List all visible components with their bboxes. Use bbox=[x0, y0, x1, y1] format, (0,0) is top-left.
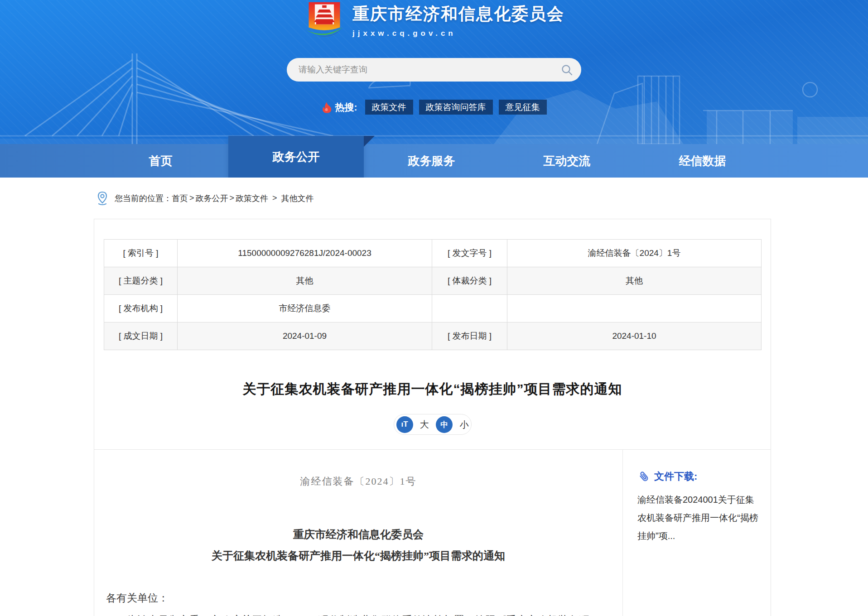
meta-value: 2024-01-09 bbox=[178, 322, 432, 350]
search-input[interactable] bbox=[299, 65, 561, 75]
meta-value bbox=[507, 295, 762, 322]
site-brand: 重庆市经济和信息化委员会 jjxxw.cq.gov.cn bbox=[0, 0, 868, 42]
active-tab-fold bbox=[364, 136, 375, 147]
nav-item-interaction[interactable]: 互动交流 bbox=[499, 144, 635, 178]
site-url: jjxxw.cq.gov.cn bbox=[352, 29, 564, 38]
breadcrumb-policy-files[interactable]: 政策文件 bbox=[236, 193, 268, 204]
nav-item-home[interactable]: 首页 bbox=[93, 144, 228, 178]
download-file-link[interactable]: 渝经信装备2024001关于征集农机装备研产推用一体化“揭榜挂帅”项... bbox=[637, 491, 762, 545]
main-nav: 首页 政务公开 政务服务 互动交流 经信数据 bbox=[0, 144, 868, 178]
table-row: [ 索引号 ] 11500000009276281J/2024-00023 [ … bbox=[104, 240, 762, 267]
meta-label: [ 体裁分类 ] bbox=[432, 267, 507, 295]
table-row: [ 成文日期 ] 2024-01-09 [ 发布日期 ] 2024-01-10 bbox=[104, 322, 762, 350]
site-logo bbox=[304, 1, 345, 42]
font-size-control: ıT 大 中 小 bbox=[394, 414, 472, 435]
search-icon[interactable] bbox=[561, 64, 573, 76]
meta-value: 渝经信装备〔2024〕1号 bbox=[507, 240, 762, 267]
breadcrumb: 您当前的位置： 首页 > 政务公开 > 政策文件 > 其他文件 bbox=[0, 178, 868, 219]
download-heading: 文件下载: bbox=[637, 470, 762, 483]
location-pin-icon bbox=[96, 191, 108, 206]
doc-number: 渝经信装备〔2024〕1号 bbox=[106, 475, 611, 488]
meta-value: 2024-01-10 bbox=[507, 322, 762, 350]
meta-label: [ 成文日期 ] bbox=[104, 322, 178, 350]
document-card: [ 索引号 ] 11500000009276281J/2024-00023 [ … bbox=[94, 219, 771, 616]
site-header: 重庆市经济和信息化委员会 jjxxw.cq.gov.cn 热搜: 政策文件 政策… bbox=[0, 0, 868, 144]
nav-item-gov-services[interactable]: 政务服务 bbox=[364, 144, 499, 178]
paperclip-icon bbox=[637, 471, 650, 483]
font-size-small-button[interactable]: 小 bbox=[459, 419, 468, 431]
nav-item-gov-disclosure[interactable]: 政务公开 bbox=[228, 136, 364, 178]
breadcrumb-label: 您当前的位置： bbox=[115, 193, 172, 204]
breadcrumb-home[interactable]: 首页 bbox=[172, 193, 188, 204]
search-box bbox=[287, 58, 581, 82]
flame-icon bbox=[322, 101, 332, 113]
meta-label: [ 主题分类 ] bbox=[104, 267, 178, 295]
meta-value: 市经济信息委 bbox=[178, 295, 432, 322]
font-size-large-button[interactable]: 大 bbox=[420, 419, 429, 431]
page-title: 关于征集农机装备研产推用一体化“揭榜挂帅”项目需求的通知 bbox=[94, 380, 771, 399]
meta-label: [ 发布日期 ] bbox=[432, 322, 507, 350]
meta-label: [ 发布机构 ] bbox=[104, 295, 178, 322]
meta-label: [ 索引号 ] bbox=[104, 240, 178, 267]
meta-label bbox=[432, 295, 507, 322]
doc-salutation: 各有关单位： bbox=[106, 591, 611, 605]
breadcrumb-gov-disclosure[interactable]: 政务公开 bbox=[196, 193, 228, 204]
hot-search-label: 热搜: bbox=[322, 101, 357, 114]
doc-issuing-org: 重庆市经济和信息化委员会 bbox=[106, 527, 611, 542]
table-row: [ 主题分类 ] 其他 [ 体裁分类 ] 其他 bbox=[104, 267, 762, 295]
font-size-medium-button[interactable]: 中 bbox=[436, 416, 453, 433]
hot-tag-policy-files[interactable]: 政策文件 bbox=[365, 100, 413, 115]
doc-meta-table: [ 索引号 ] 11500000009276281J/2024-00023 [ … bbox=[104, 239, 762, 350]
breadcrumb-other-files[interactable]: 其他文件 bbox=[281, 193, 314, 204]
hot-tag-policy-qa[interactable]: 政策咨询问答库 bbox=[419, 100, 493, 115]
hot-search-row: 热搜: 政策文件 政策咨询问答库 意见征集 bbox=[0, 100, 868, 115]
meta-value: 其他 bbox=[178, 267, 432, 295]
nav-item-data[interactable]: 经信数据 bbox=[635, 144, 770, 178]
doc-subtitle: 关于征集农机装备研产推用一体化“揭榜挂帅”项目需求的通知 bbox=[106, 549, 611, 563]
site-title: 重庆市经济和信息化委员会 bbox=[352, 3, 564, 25]
meta-label: [ 发文字号 ] bbox=[432, 240, 507, 267]
table-row: [ 发布机构 ] 市经济信息委 bbox=[104, 295, 762, 322]
meta-value: 11500000009276281J/2024-00023 bbox=[178, 240, 432, 267]
font-size-icon[interactable]: ıT bbox=[396, 416, 413, 433]
meta-value: 其他 bbox=[507, 267, 762, 295]
doc-paragraph: 为认真贯彻市委、市政府关于打造“33618”现代制造业集群体系的决策部署，按照《… bbox=[106, 610, 611, 616]
download-sidebar: 文件下载: 渝经信装备2024001关于征集农机装备研产推用一体化“揭榜挂帅”项… bbox=[622, 450, 771, 616]
document-body: 渝经信装备〔2024〕1号 重庆市经济和信息化委员会 关于征集农机装备研产推用一… bbox=[94, 450, 622, 616]
hot-tag-opinion[interactable]: 意见征集 bbox=[499, 100, 547, 115]
